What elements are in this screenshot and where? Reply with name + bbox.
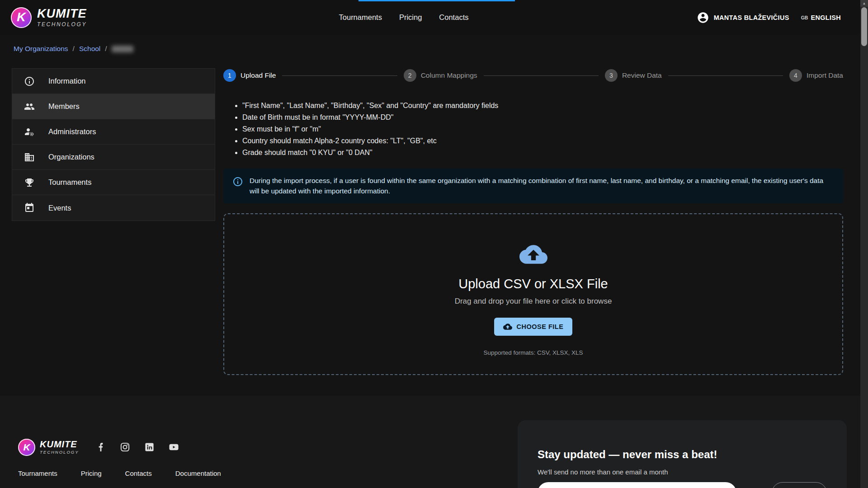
newsletter-subscribe-button[interactable]	[772, 482, 827, 488]
sidebar-item-label: Members	[48, 102, 80, 111]
cloud-upload-icon	[503, 322, 512, 331]
info-alert: During the import process, if a user is …	[223, 169, 843, 203]
cloud-upload-icon	[516, 240, 551, 268]
sidebar-item-tournaments[interactable]: Tournaments	[12, 170, 215, 195]
members-icon	[24, 101, 35, 112]
newsletter-email-input[interactable]	[538, 482, 736, 488]
step-connector	[668, 75, 783, 76]
import-rules-list: "First Name", "Last Name", "Birthday", "…	[232, 102, 843, 157]
step-number: 4	[789, 69, 802, 82]
content-area: Information Members Administrators Organ…	[0, 68, 868, 375]
upload-subtitle: Drag and drop your file here or click to…	[455, 297, 612, 306]
footer-link-tournaments[interactable]: Tournaments	[18, 469, 57, 477]
breadcrumb: My Organizations / School /	[14, 45, 868, 53]
linkedin-icon[interactable]	[144, 442, 155, 452]
sidebar-item-members[interactable]: Members	[12, 94, 215, 119]
header-right: MANTAS BLAŽEVIČIUS GB ENGLISH	[697, 11, 841, 24]
instagram-icon[interactable]	[120, 442, 130, 452]
admin-icon	[24, 127, 35, 137]
brand-name: KUMITE	[37, 8, 87, 20]
footer-link-pricing[interactable]: Pricing	[81, 469, 102, 477]
import-panel: 1 Upload File 2 Column Mappings 3 Review…	[223, 68, 843, 375]
newsletter-card: Stay updated — never miss a beat! We'll …	[518, 420, 847, 488]
kumite-logo-icon: K	[11, 7, 32, 28]
step-number: 1	[223, 69, 236, 82]
rule-item: Date of Birth must be in format "YYYY-MM…	[242, 113, 843, 122]
newsletter-form	[538, 482, 827, 488]
breadcrumb-separator: /	[105, 45, 107, 53]
vertical-scrollbar[interactable]: ▲	[860, 0, 868, 488]
sidebar-item-label: Organizations	[48, 153, 94, 161]
newsletter-title: Stay updated — never miss a beat!	[538, 448, 827, 461]
rule-item: Grade should match "0 KYU" or "0 DAN"	[242, 149, 843, 157]
org-sidebar: Information Members Administrators Organ…	[12, 68, 215, 221]
calendar-icon	[24, 202, 35, 213]
sidebar-item-administrators[interactable]: Administrators	[12, 119, 215, 145]
step-number: 2	[404, 69, 416, 82]
sidebar-item-label: Administrators	[48, 127, 96, 136]
sidebar-item-label: Events	[48, 204, 71, 212]
step-column-mappings: 2 Column Mappings	[404, 69, 477, 82]
user-menu[interactable]: MANTAS BLAŽEVIČIUS	[697, 11, 789, 24]
kumite-logo-icon: K	[18, 439, 35, 456]
nav-link-contacts[interactable]: Contacts	[439, 13, 468, 22]
footer-brand-tagline: TECHNOLOGY	[40, 450, 79, 455]
step-label: Import Data	[807, 71, 843, 80]
language-flag: GB	[801, 15, 808, 20]
sidebar-item-label: Information	[48, 77, 86, 85]
brand-tagline: TECHNOLOGY	[37, 22, 87, 27]
step-label: Upload File	[241, 71, 276, 80]
avatar-icon	[697, 11, 709, 24]
step-upload-file: 1 Upload File	[223, 69, 276, 82]
sidebar-item-information[interactable]: Information	[12, 69, 215, 94]
organization-icon	[24, 152, 35, 163]
step-connector	[484, 75, 599, 76]
top-navbar: K KUMITE TECHNOLOGY Tournaments Pricing …	[0, 0, 868, 35]
breadcrumb-separator: /	[73, 45, 75, 53]
step-label: Column Mappings	[421, 71, 477, 80]
step-review-data: 3 Review Data	[605, 69, 662, 82]
sidebar-item-events[interactable]: Events	[12, 195, 215, 221]
language-selector[interactable]: GB ENGLISH	[801, 14, 841, 21]
social-links	[95, 442, 179, 452]
sidebar-item-organizations[interactable]: Organizations	[12, 145, 215, 170]
breadcrumb-school[interactable]: School	[79, 45, 100, 53]
scroll-up-arrow-icon[interactable]: ▲	[860, 0, 868, 7]
rule-item: Sex must be in "f" or "m"	[242, 125, 843, 133]
newsletter-subtitle: We'll send no more than one email a mont…	[538, 468, 827, 476]
choose-file-button[interactable]: CHOOSE FILE	[494, 318, 573, 336]
info-icon	[24, 76, 35, 87]
youtube-icon[interactable]	[169, 442, 179, 452]
step-number: 3	[605, 69, 618, 82]
step-label: Review Data	[622, 71, 662, 80]
step-import-data: 4 Import Data	[789, 69, 843, 82]
trophy-icon	[24, 177, 35, 188]
scrollbar-thumb[interactable]	[861, 7, 867, 46]
language-label: ENGLISH	[811, 14, 841, 21]
breadcrumb-current-redacted	[112, 46, 133, 52]
upload-title: Upload CSV or XLSX File	[458, 277, 608, 291]
breadcrumb-my-organizations[interactable]: My Organizations	[14, 45, 68, 53]
footer-brand-logo[interactable]: K KUMITE TECHNOLOGY	[18, 439, 79, 456]
footer: K KUMITE TECHNOLOGY Tournaments Pricing …	[0, 396, 868, 488]
brand-logo[interactable]: K KUMITE TECHNOLOGY	[11, 7, 87, 28]
supported-formats-note: Supported formats: CSV, XLSX, XLS	[483, 349, 583, 356]
step-connector	[282, 75, 397, 76]
rule-item: "First Name", "Last Name", "Birthday", "…	[242, 102, 843, 110]
main-nav: Tournaments Pricing Contacts	[339, 13, 469, 22]
footer-link-contacts[interactable]: Contacts	[125, 469, 152, 477]
info-alert-text: During the import process, if a user is …	[250, 175, 834, 197]
nav-link-pricing[interactable]: Pricing	[399, 13, 422, 22]
user-name: MANTAS BLAŽEVIČIUS	[714, 14, 789, 21]
footer-brand-name: KUMITE	[40, 440, 79, 449]
footer-link-documentation[interactable]: Documentation	[175, 469, 221, 477]
sidebar-item-label: Tournaments	[48, 178, 91, 187]
facebook-icon[interactable]	[95, 442, 106, 452]
info-icon	[232, 176, 243, 187]
choose-file-label: CHOOSE FILE	[517, 323, 564, 330]
rule-item: Country should match Alpha-2 country cod…	[242, 137, 843, 145]
nav-link-tournaments[interactable]: Tournaments	[339, 13, 382, 22]
active-tab-indicator	[359, 0, 515, 1]
file-dropzone[interactable]: Upload CSV or XLSX File Drag and drop yo…	[223, 213, 843, 375]
import-stepper: 1 Upload File 2 Column Mappings 3 Review…	[223, 69, 843, 82]
